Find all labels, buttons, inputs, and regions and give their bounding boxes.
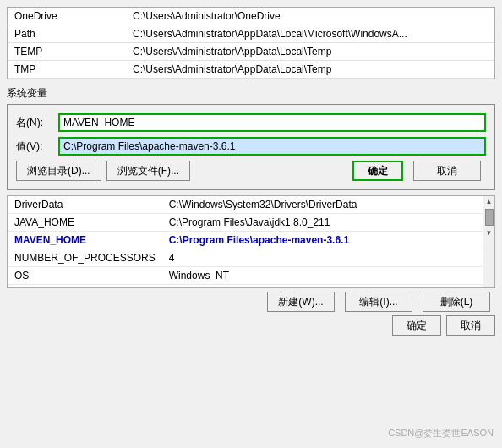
user-var-name: OneDrive [8, 8, 126, 25]
sys-var-name: JAVA_HOME [8, 214, 162, 232]
vertical-scrollbar[interactable]: ▲ ▼ [483, 196, 494, 287]
user-var-row[interactable]: TMP C:\Users\Administrator\AppData\Local… [8, 61, 494, 79]
sys-var-name: DriverData [8, 196, 162, 214]
sys-var-row[interactable]: NUMBER_OF_PROCESSORS 4 [8, 249, 483, 267]
sys-vars-section: DriverData C:\Windows\System32\Drivers\D… [7, 195, 495, 288]
dialog-confirm-button[interactable]: 确定 [352, 161, 403, 181]
user-vars-section: OneDrive C:\Users\Administrator\OneDrive… [7, 7, 495, 79]
browse-file-button[interactable]: 浏览文件(F)... [106, 161, 190, 181]
user-var-value: C:\Users\Administrator\OneDrive [126, 8, 494, 25]
edit-dialog: 名(N): 值(V): 浏览目录(D)... 浏览文件(F)... 确定 取消 [7, 104, 495, 190]
dialog-btn-row: 浏览目录(D)... 浏览文件(F)... 确定 取消 [16, 161, 486, 181]
sys-var-row[interactable]: OS Windows_NT [8, 267, 483, 285]
value-input[interactable] [58, 137, 486, 156]
dialog-cancel-button[interactable]: 取消 [413, 161, 481, 181]
sys-var-row[interactable]: MAVEN_HOME C:\Program Files\apache-maven… [8, 232, 483, 249]
user-vars-table: OneDrive C:\Users\Administrator\OneDrive… [8, 8, 494, 79]
dialog-confirm-cancel: 确定 取消 [352, 161, 486, 181]
main-container: OneDrive C:\Users\Administrator\OneDrive… [0, 0, 502, 448]
user-var-value: C:\Users\Administrator\AppData\Local\Mic… [126, 25, 494, 43]
value-label: 值(V): [16, 139, 58, 154]
user-var-value: C:\Users\Administrator\AppData\Local\Tem… [126, 61, 494, 79]
delete-button[interactable]: 删除(L) [423, 292, 490, 312]
scroll-thumb[interactable] [485, 209, 494, 226]
sys-var-value: C:\Program Files\Java\jdk1.8.0_211 [162, 214, 483, 232]
sys-var-name: MAVEN_HOME [8, 232, 162, 249]
bottom-confirm-button[interactable]: 确定 [392, 315, 441, 336]
browse-dir-button[interactable]: 浏览目录(D)... [16, 161, 101, 181]
user-var-row[interactable]: Path C:\Users\Administrator\AppData\Loca… [8, 25, 494, 43]
edit-button[interactable]: 编辑(I)... [345, 292, 412, 312]
user-var-name: TMP [8, 61, 126, 79]
sys-vars-actions: 新建(W)... 编辑(I)... 删除(L) [7, 292, 495, 312]
scroll-down-arrow[interactable]: ▼ [484, 227, 494, 238]
user-var-name: TEMP [8, 43, 126, 61]
sys-var-value: 4 [162, 249, 483, 267]
sys-var-value: C:\Windows\System32\Drivers\DriverData [162, 196, 483, 214]
sys-var-name: OS [8, 267, 162, 285]
name-row: 名(N): [16, 113, 486, 132]
value-row: 值(V): [16, 137, 486, 156]
sys-var-name: NUMBER_OF_PROCESSORS [8, 249, 162, 267]
name-label: 名(N): [16, 116, 58, 130]
sys-var-value: Windows_NT [162, 267, 483, 285]
user-var-name: Path [8, 25, 126, 43]
sys-vars-table: DriverData C:\Windows\System32\Drivers\D… [8, 196, 483, 285]
bottom-cancel-button[interactable]: 取消 [446, 315, 495, 336]
scroll-up-arrow[interactable]: ▲ [484, 196, 494, 207]
user-var-row[interactable]: TEMP C:\Users\Administrator\AppData\Loca… [8, 43, 494, 61]
watermark: CSDN@娄生娄世EASON [388, 427, 494, 440]
bottom-buttons: 确定 取消 [7, 315, 495, 336]
sys-var-row[interactable]: DriverData C:\Windows\System32\Drivers\D… [8, 196, 483, 214]
new-button[interactable]: 新建(W)... [267, 292, 335, 312]
name-input[interactable] [58, 113, 486, 132]
sys-var-row[interactable]: JAVA_HOME C:\Program Files\Java\jdk1.8.0… [8, 214, 483, 232]
user-var-row[interactable]: OneDrive C:\Users\Administrator\OneDrive [8, 8, 494, 25]
user-var-value: C:\Users\Administrator\AppData\Local\Tem… [126, 43, 494, 61]
sys-var-value: C:\Program Files\apache-maven-3.6.1 [162, 232, 483, 249]
system-vars-label: 系统变量 [7, 86, 495, 101]
